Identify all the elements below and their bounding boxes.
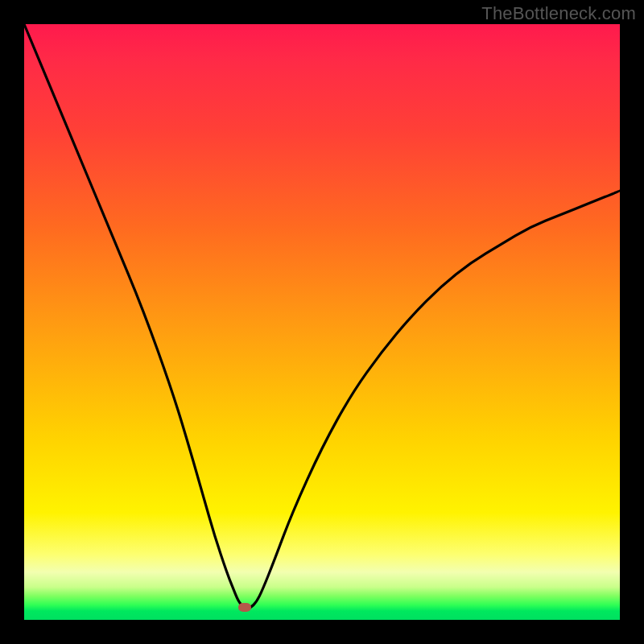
plot-area	[24, 24, 620, 620]
bottleneck-curve	[24, 24, 620, 620]
optimal-point-marker	[238, 603, 251, 612]
watermark-label: TheBottleneck.com	[481, 3, 636, 24]
